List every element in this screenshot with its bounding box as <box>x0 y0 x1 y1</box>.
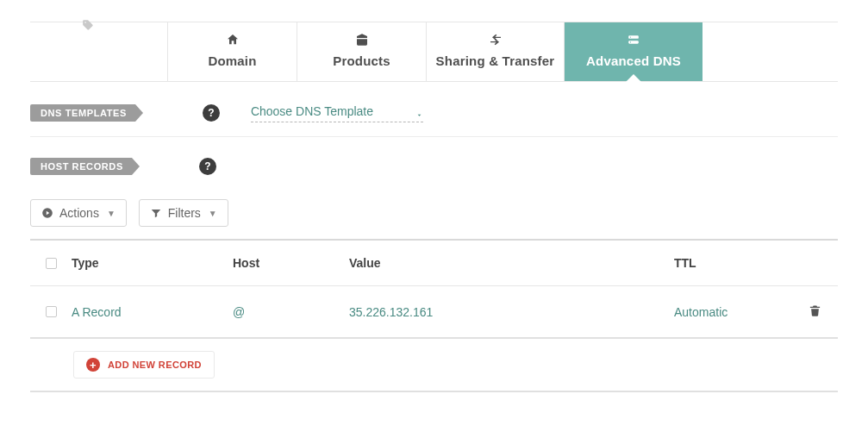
trash-icon <box>809 306 821 320</box>
share-icon <box>488 33 503 49</box>
select-all-checkbox[interactable] <box>46 258 57 269</box>
host-records-section: HOST RECORDS ? <box>30 137 838 182</box>
plus-icon: + <box>86 358 100 372</box>
add-row: + ADD NEW RECORD <box>30 339 838 392</box>
col-type: Type <box>72 256 233 270</box>
tab-label: Sharing & Transfer <box>427 53 564 68</box>
cell-type[interactable]: A Record <box>72 305 233 319</box>
play-icon <box>41 207 53 219</box>
col-ttl: TTL <box>674 256 793 270</box>
tab-products[interactable]: Products <box>297 22 427 81</box>
col-host: Host <box>233 256 349 270</box>
delete-row-button[interactable] <box>793 303 836 320</box>
col-value: Value <box>349 256 674 270</box>
add-new-record-label: ADD NEW RECORD <box>108 360 202 370</box>
dns-template-select-label: Choose DNS Template <box>251 104 373 118</box>
help-icon[interactable]: ? <box>203 104 220 122</box>
table-header: Type Host Value TTL <box>30 241 838 286</box>
cell-host[interactable]: @ <box>233 305 349 319</box>
host-records-badge: HOST RECORDS <box>30 158 132 175</box>
tab-label: Products <box>297 53 426 68</box>
chevron-down-icon <box>415 108 423 122</box>
table-row: A Record @ 35.226.132.161 Automatic <box>30 286 838 339</box>
filter-icon <box>150 207 162 219</box>
help-icon[interactable]: ? <box>199 158 216 175</box>
action-buttons-row: Actions ▼ Filters ▼ <box>30 182 838 239</box>
dns-templates-section: DNS TEMPLATES ? Choose DNS Template <box>30 82 838 137</box>
home-icon <box>226 33 240 49</box>
tab-label: Advanced DNS <box>565 53 703 68</box>
tab-sharing-transfer[interactable]: Sharing & Transfer <box>427 22 565 81</box>
filters-button[interactable]: Filters ▼ <box>139 199 228 227</box>
chevron-down-icon: ▼ <box>107 209 116 218</box>
tab-label: Domain <box>168 53 297 68</box>
row-checkbox[interactable] <box>46 306 57 317</box>
host-records-table: Type Host Value TTL A Record @ 35.226.13… <box>30 239 838 392</box>
actions-button[interactable]: Actions ▼ <box>30 199 127 227</box>
tab-bar: Domain Products Sharing & Transfer Advan… <box>30 22 838 82</box>
add-new-record-button[interactable]: + ADD NEW RECORD <box>73 351 215 379</box>
cell-value[interactable]: 35.226.132.161 <box>349 305 674 319</box>
chevron-down-icon: ▼ <box>209 209 217 218</box>
dns-templates-badge: DNS TEMPLATES <box>30 104 135 122</box>
cell-ttl[interactable]: Automatic <box>674 305 793 319</box>
tab-leading-space <box>30 22 168 81</box>
filters-label: Filters <box>168 206 201 220</box>
tab-trailing-space <box>703 22 838 81</box>
tab-advanced-dns[interactable]: Advanced DNS <box>565 22 703 81</box>
dns-template-select[interactable]: Choose DNS Template <box>251 103 423 122</box>
tag-icon <box>82 19 94 34</box>
actions-label: Actions <box>59 206 99 220</box>
box-icon <box>355 33 369 49</box>
server-icon <box>626 34 641 48</box>
tab-domain[interactable]: Domain <box>168 22 297 81</box>
